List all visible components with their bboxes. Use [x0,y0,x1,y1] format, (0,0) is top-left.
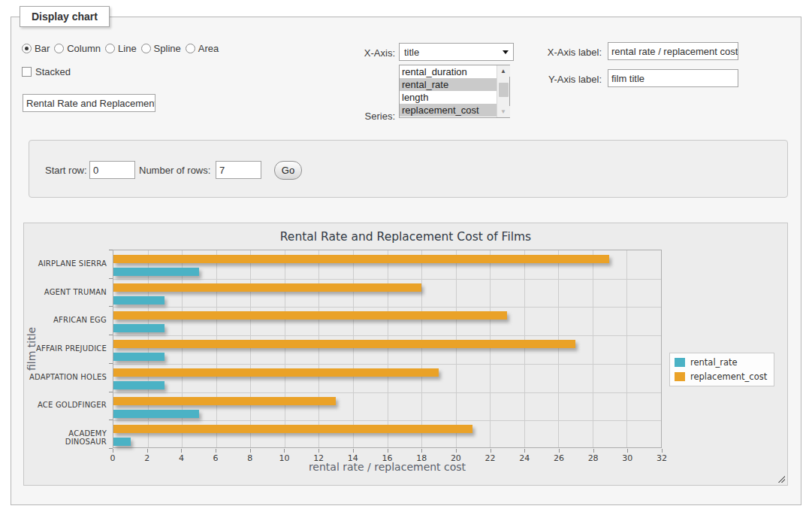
legend-row: replacement_cost [675,371,767,382]
gridline-horizontal [113,279,661,280]
gridline-horizontal [113,335,661,336]
y-tick-mark [109,306,113,307]
radio-circle-icon [105,44,115,53]
bar-rental_rate [113,353,165,361]
start-row-label: Start row: [45,165,87,176]
x-axis-label-field-label: X-Axis label: [507,47,602,58]
radio-line[interactable]: Line [105,43,137,54]
radio-label: Area [198,43,219,54]
num-rows-input[interactable]: 7 [216,161,261,179]
radio-spline[interactable]: Spline [141,43,181,54]
y-category-label: ADAPTATION HOLES [26,373,107,381]
y-axis-label-input[interactable]: film title [608,69,738,87]
x-tick-mark [216,449,216,453]
x-tick-label: 10 [273,453,295,463]
stacked-row: Stacked [22,66,71,77]
x-tick-label: 8 [239,453,261,463]
row-range-panel: Start row: 0 Number of rows: 7 Go [29,140,788,198]
bar-replacement_cost [113,283,421,292]
legend-swatch-rental_rate [675,358,685,367]
x-tick-mark [662,449,663,453]
chart-title: Rental Rate and Replacement Cost of Film… [24,230,787,244]
y-category-label: AIRPLANE SIERRA [26,259,107,268]
radio-area[interactable]: Area [186,43,219,54]
gridline-vertical [456,250,457,447]
x-tick-label: 4 [170,453,192,463]
chart-legend: rental_ratereplacement_cost [669,353,774,386]
radio-label: Column [67,43,101,54]
bar-rental_rate [113,381,165,389]
y-tick-mark [109,392,113,392]
bar-replacement_cost [113,425,472,433]
gridline-vertical [558,250,559,447]
series-option-replacement_cost[interactable]: replacement_cost [400,104,497,117]
gridline-vertical [148,250,149,447]
y-tick-mark [109,250,113,250]
series-listbox[interactable]: rental_durationrental_ratelengthreplacem… [399,65,510,118]
y-category-label: ACE GOLDFINGER [26,401,107,409]
series-option-rental_rate[interactable]: rental_rate [400,78,497,91]
bar-rental_rate [113,438,131,446]
num-rows-label: Number of rows: [139,165,210,176]
radio-circle-icon [186,44,195,53]
gridline-vertical [318,250,319,447]
series-option-length[interactable]: length [400,91,497,104]
x-axis-label-input[interactable]: rental rate / replacement cost [608,42,738,60]
x-tick-label: 12 [307,453,330,463]
gridline-vertical [490,250,491,447]
radio-circle-icon [54,44,64,53]
bar-replacement_cost [113,255,609,263]
bar-replacement_cost [113,340,575,348]
bar-rental_rate [113,324,165,332]
legend-label: rental_rate [690,357,738,368]
radio-bar[interactable]: Bar [22,43,50,54]
gridline-horizontal [113,392,661,393]
go-button[interactable]: Go [274,161,302,180]
gridline-vertical [216,250,217,447]
bar-replacement_cost [113,368,439,377]
radio-label: Bar [35,43,50,54]
radio-circle-icon [22,44,32,53]
x-tick-mark [627,449,628,453]
stacked-label: Stacked [35,66,71,77]
x-tick-label: 26 [548,453,570,463]
gridline-horizontal [113,420,661,421]
x-axis-selected-value: title [404,47,503,58]
chart-title-input[interactable]: Rental Rate and Replacement Cost of Film… [23,94,155,112]
series-option-rental_duration[interactable]: rental_duration [400,65,497,78]
fieldset-legend: Display chart [20,6,110,27]
x-tick-mark [593,449,594,453]
stacked-checkbox[interactable] [22,67,32,77]
x-tick-mark [318,449,319,453]
x-tick-mark [353,449,354,453]
x-tick-label: 18 [410,453,433,463]
start-row-input[interactable]: 0 [89,161,135,179]
gridline-vertical [388,250,388,447]
bar-rental_rate [113,296,165,304]
bar-rental_rate [113,268,199,276]
radio-label: Spline [154,43,181,54]
x-tick-label: 6 [204,453,227,463]
y-category-label: ACADEMY DINOSAUR [26,429,107,446]
y-axis-label-field-label: Y-Axis label: [507,74,602,85]
resize-handle-icon[interactable] [777,474,785,483]
y-tick-mark [109,278,113,279]
x-axis-select[interactable]: title [399,43,514,61]
legend-label: replacement_cost [690,371,767,382]
chart-type-radio-group: BarColumnLineSplineArea [22,43,219,54]
x-tick-mark [491,449,491,453]
radio-label: Line [118,43,137,54]
plot-area [113,250,662,448]
scroll-down-icon[interactable]: ▼ [497,106,510,117]
gridline-vertical [285,250,285,447]
bar-replacement_cost [113,311,507,320]
gridline-vertical [626,250,627,447]
x-tick-label: 16 [376,453,399,463]
x-tick-mark [284,449,285,453]
x-tick-label: 30 [616,453,638,463]
y-tick-mark [109,420,113,420]
y-category-label: AFRICAN EGG [26,316,107,324]
x-tick-label: 22 [479,453,502,463]
radio-column[interactable]: Column [54,43,101,54]
legend-swatch-replacement_cost [675,372,685,381]
